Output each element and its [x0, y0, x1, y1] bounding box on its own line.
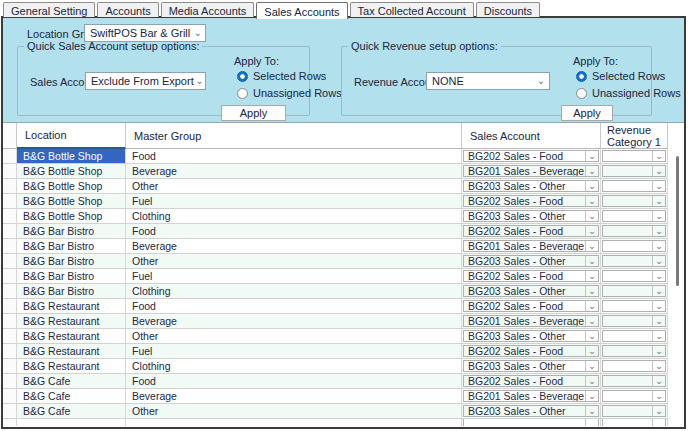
location-cell[interactable]: B&G Bottle Shop: [17, 194, 126, 209]
revenue-category-row-dropdown[interactable]: ⌄: [602, 195, 666, 207]
sales-account-row-dropdown[interactable]: BG202 Sales - Food ⌄: [463, 195, 599, 207]
revenue-category-row-dropdown[interactable]: ⌄: [602, 165, 666, 177]
location-cell[interactable]: B&G Bar Bistro: [17, 254, 126, 269]
master-group-cell[interactable]: Beverage: [126, 389, 462, 404]
master-group-cell[interactable]: Clothing: [126, 284, 462, 299]
table-row[interactable]: B&G Bottle Shop Other BG203 Sales - Othe…: [3, 179, 684, 194]
table-row[interactable]: B&G Bar Bistro Fuel BG202 Sales - Food ⌄…: [3, 269, 684, 284]
master-group-cell[interactable]: Food: [126, 299, 462, 314]
revenue-account-dropdown[interactable]: NONE ⌄: [426, 72, 550, 90]
sales-account-row-dropdown[interactable]: BG203 Sales - Other ⌄: [463, 210, 599, 222]
table-row[interactable]: B&G Restaurant Food BG202 Sales - Food ⌄…: [3, 299, 684, 314]
revenue-category-row-dropdown[interactable]: ⌄: [602, 345, 666, 357]
radio-unassigned-rows[interactable]: Unassigned Rows: [576, 87, 681, 99]
master-group-cell[interactable]: Fuel: [126, 194, 462, 209]
master-group-cell[interactable]: Food: [126, 374, 462, 389]
location-cell[interactable]: B&G Cafe: [17, 374, 126, 389]
master-group-cell[interactable]: Beverage: [126, 314, 462, 329]
table-row[interactable]: B&G Restaurant Fuel BG202 Sales - Food ⌄…: [3, 344, 684, 359]
sales-apply-button[interactable]: Apply: [221, 105, 286, 121]
sales-account-row-dropdown[interactable]: BG202 Sales - Food ⌄: [463, 270, 599, 282]
table-row[interactable]: B&G Restaurant Other BG203 Sales - Other…: [3, 329, 684, 344]
revenue-category-row-dropdown[interactable]: ⌄: [602, 270, 666, 282]
radio-selected-rows[interactable]: Selected Rows: [237, 70, 326, 82]
tab-sales-accounts[interactable]: Sales Accounts: [256, 2, 347, 19]
table-row[interactable]: B&G Bottle Shop Clothing BG203 Sales - O…: [3, 209, 684, 224]
location-cell[interactable]: B&G Restaurant: [17, 314, 126, 329]
location-cell[interactable]: B&G Restaurant: [17, 344, 126, 359]
tab-general-setting[interactable]: General Setting: [3, 2, 95, 17]
revenue-category-row-dropdown[interactable]: ⌄: [602, 375, 666, 387]
sales-account-row-dropdown[interactable]: BG201 Sales - Beverage ⌄: [463, 315, 599, 327]
master-group-cell[interactable]: Fuel: [126, 269, 462, 284]
location-cell[interactable]: B&G Bar Bistro: [17, 269, 126, 284]
column-header-location[interactable]: Location: [17, 123, 126, 149]
revenue-category-row-dropdown[interactable]: ⌄: [602, 180, 666, 192]
revenue-category-row-dropdown[interactable]: ⌄: [602, 255, 666, 267]
table-row[interactable]: B&G Bar Bistro Food BG202 Sales - Food ⌄…: [3, 224, 684, 239]
table-row[interactable]: B&G Restaurant Beverage BG201 Sales - Be…: [3, 314, 684, 329]
sales-account-dropdown[interactable]: Exclude From Export ⌄: [85, 72, 206, 90]
table-row[interactable]: B&G Cafe Other BG203 Sales - Other ⌄ ⌄: [3, 404, 684, 419]
master-group-cell[interactable]: Food: [126, 224, 462, 239]
sales-account-row-dropdown[interactable]: BG203 Sales - Other ⌄: [463, 255, 599, 267]
sales-account-row-dropdown[interactable]: BG202 Sales - Food ⌄: [463, 225, 599, 237]
table-row[interactable]: B&G Cafe Beverage BG201 Sales - Beverage…: [3, 389, 684, 404]
location-cell[interactable]: B&G Cafe: [17, 389, 126, 404]
master-group-cell[interactable]: Other: [126, 179, 462, 194]
tab-media-accounts[interactable]: Media Accounts: [161, 2, 255, 17]
master-group-cell[interactable]: Beverage: [126, 164, 462, 179]
revenue-category-row-dropdown[interactable]: ⌄: [602, 225, 666, 237]
table-row[interactable]: B&G Bar Bistro Other BG203 Sales - Other…: [3, 254, 684, 269]
master-group-cell[interactable]: Other: [126, 329, 462, 344]
table-row[interactable]: B&G Bottle Shop Fuel BG202 Sales - Food …: [3, 194, 684, 209]
radio-selected-rows[interactable]: Selected Rows: [576, 70, 665, 82]
master-group-cell[interactable]: Other: [126, 254, 462, 269]
revenue-category-row-dropdown[interactable]: ⌄: [602, 300, 666, 312]
sales-account-row-dropdown[interactable]: BG203 Sales - Other ⌄: [463, 330, 599, 342]
table-row[interactable]: B&G Bottle Shop Beverage BG201 Sales - B…: [3, 164, 684, 179]
column-header-revenue-category[interactable]: Revenue Category 1: [601, 123, 668, 149]
location-cell[interactable]: B&G Bottle Shop: [17, 149, 126, 164]
master-group-cell[interactable]: Other: [126, 404, 462, 419]
tab-accounts[interactable]: Accounts: [97, 2, 158, 17]
column-header-master-group[interactable]: Master Group: [126, 123, 462, 149]
revenue-category-row-dropdown[interactable]: ⌄: [602, 360, 666, 372]
revenue-category-row-dropdown[interactable]: ⌄: [602, 210, 666, 222]
sales-account-row-dropdown[interactable]: BG202 Sales - Food ⌄: [463, 345, 599, 357]
location-cell[interactable]: B&G Restaurant: [17, 299, 126, 314]
column-header-sales-account[interactable]: Sales Account: [462, 123, 601, 149]
location-cell[interactable]: B&G Bottle Shop: [17, 164, 126, 179]
location-cell[interactable]: B&G Bottle Shop: [17, 179, 126, 194]
sales-account-row-dropdown[interactable]: BG203 Sales - Other ⌄: [463, 180, 599, 192]
sales-account-row-dropdown[interactable]: BG201 Sales - Beverage ⌄: [463, 390, 599, 402]
master-group-cell[interactable]: Food: [126, 149, 462, 164]
sales-account-row-dropdown[interactable]: BG201 Sales - Beverage ⌄: [463, 165, 599, 177]
tab-tax-collected-account[interactable]: Tax Collected Account: [350, 2, 474, 17]
master-group-cell[interactable]: Beverage: [126, 239, 462, 254]
sales-account-row-dropdown[interactable]: BG202 Sales - Food ⌄: [463, 300, 599, 312]
revenue-category-row-dropdown[interactable]: ⌄: [602, 240, 666, 252]
radio-unassigned-rows[interactable]: Unassigned Rows: [237, 87, 342, 99]
location-cell[interactable]: B&G Restaurant: [17, 329, 126, 344]
location-cell[interactable]: B&G Bar Bistro: [17, 284, 126, 299]
revenue-category-row-dropdown[interactable]: ⌄: [602, 330, 666, 342]
master-group-cell[interactable]: Fuel: [126, 344, 462, 359]
master-group-cell[interactable]: Clothing: [126, 359, 462, 374]
table-row[interactable]: B&G Bar Bistro Clothing BG203 Sales - Ot…: [3, 284, 684, 299]
table-row[interactable]: B&G Cafe Food BG202 Sales - Food ⌄ ⌄: [3, 374, 684, 389]
location-cell[interactable]: B&G Restaurant: [17, 359, 126, 374]
sales-account-row-dropdown[interactable]: BG202 Sales - Food ⌄: [463, 150, 599, 162]
sales-account-row-dropdown[interactable]: BG203 Sales - Other ⌄: [463, 285, 599, 297]
master-group-cell[interactable]: Clothing: [126, 209, 462, 224]
revenue-category-row-dropdown[interactable]: ⌄: [602, 405, 666, 417]
sales-account-row-dropdown[interactable]: BG201 Sales - Beverage ⌄: [463, 240, 599, 252]
revenue-apply-button[interactable]: Apply: [561, 105, 613, 121]
location-cell[interactable]: B&G Cafe: [17, 404, 126, 419]
sales-account-row-dropdown[interactable]: BG202 Sales - Food ⌄: [463, 375, 599, 387]
revenue-category-row-dropdown[interactable]: ⌄: [602, 150, 666, 162]
revenue-category-row-dropdown[interactable]: ⌄: [602, 390, 666, 402]
revenue-category-row-dropdown[interactable]: ⌄: [602, 315, 666, 327]
table-row[interactable]: B&G Bar Bistro Beverage BG201 Sales - Be…: [3, 239, 684, 254]
tab-discounts[interactable]: Discounts: [476, 2, 540, 17]
